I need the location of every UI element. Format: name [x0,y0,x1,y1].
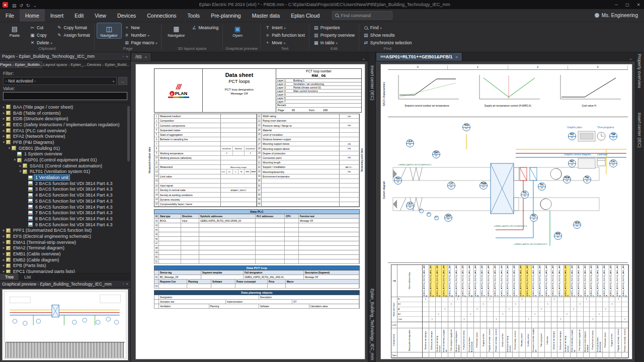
instrument-63[interactable]: 63 [434,216,439,220]
tree-item-epc1-summarized-parts-l[interactable]: ▸EPC1 (Summarized parts lists) [0,268,130,273]
tree-item-5-bacs-function-list-vdi[interactable]: 5 BACS function list VDI 3814 Part 4.3 [0,198,130,204]
tree-item-ppf1-summarized-bacs-fu[interactable]: ▸PPF1 (Summarized BACS function list) [0,227,130,233]
editor2-canvas[interactable]: 0123 BACS Characteristics Setpoint contr… [376,61,635,362]
undo-icon[interactable]: ↺ [20,3,24,8]
instrument-ppe[interactable]: PPE01 [554,232,562,240]
tree-item-2-bacs-function-list-vdi[interactable]: 2 BACS function list VDI 3814 Part 4.3 [0,180,130,187]
instrument-tfo[interactable]: TFO01 [462,123,470,131]
ribbon-tab-master-data[interactable]: Master data [247,9,285,22]
tree-item-geb01-building-01[interactable]: ▾GEB01 (Building 01) [0,145,130,151]
move-text-button[interactable]: +Move▾ [263,39,306,46]
window-title-vertical-tab[interactable]: Eplan_Building_Technology_IEC_mm [370,289,375,360]
copy-format-button[interactable]: ✎Copy format [55,24,92,31]
tree-item-asp01-control-equipment[interactable]: ▾ASP01 (Control equipment plant 01) [0,157,130,163]
ribbon-tab-connections[interactable]: Connections [141,9,182,22]
view-tab-list[interactable]: List [19,274,36,280]
maximize-button[interactable]: ▢ [622,0,633,9]
instrument-pic[interactable]: PIC01 [568,132,576,140]
tree-item-efa2-network-overview[interactable]: ▸EFA2 (Network Overview) [0,133,130,139]
editor1-doc-tab[interactable]: /65 × [131,52,151,61]
editor2-doc-tab[interactable]: ==ASP01=RLT01++GEB01&PFB/1 × [376,52,462,61]
user-account[interactable]: Ms. Engineering [595,9,644,22]
instrument-pic[interactable]: PIC01 [568,159,576,167]
instrument-lka[interactable]: LKA01 [406,202,414,210]
tree-item-bab-table-of-contents[interactable]: ▸BAB (Table of contents) [0,110,130,116]
path-function-text-button[interactable]: ≡Path function text [263,32,306,39]
measuring-button[interactable]: ∠Measuring [190,24,220,31]
preview-thumbnail[interactable] [2,289,128,360]
ribbon-tab-insert[interactable]: Insert [45,9,69,22]
graphical-preview-header[interactable]: Graphical preview - Eplan_Building_Techn… [0,280,130,288]
tree-item-6-bacs-function-list-vdi[interactable]: 6 BACS function list VDI 3814 Part 4.3 [0,204,130,210]
close-panel-icon[interactable]: × [126,54,128,59]
property-overview-button[interactable]: ▥Property overview [312,32,356,39]
minimize-button[interactable]: ─ [611,0,622,9]
ribbon-tab-file[interactable]: File [0,9,20,22]
instrument-62[interactable]: 62 [427,212,431,217]
page-navigator-button[interactable]: ◫Navigator [97,23,121,38]
assign-format-button[interactable]: ✎Assign format [55,32,92,39]
instrument-psw[interactable]: PSW01 [563,175,571,184]
open-preview-button[interactable]: ▣Open [225,23,250,38]
navigator-subtab-0[interactable]: Pages - Eplan_Buildin... [0,61,43,68]
editor1-canvas[interactable]: Measured medium data Measuring point dat… [131,61,368,362]
instrument-tau[interactable]: TAU01 [394,176,402,185]
close-tab-icon[interactable]: × [145,55,147,59]
instrument-tal[interactable]: TAL01 [538,183,546,191]
close-button[interactable]: ✕ [633,0,644,9]
tree-item-edb-structure-descripti[interactable]: ▸EDB (Structure description) [0,116,130,122]
view-tab-tree[interactable]: Tree [0,274,19,280]
pages-panel-tab[interactable]: Pages - Eplan_Building_Technology_IEC_mm… [0,52,130,61]
instrument-cal[interactable]: CAL01 [609,159,617,167]
tree-item-7-bacs-function-list-vdi[interactable]: 7 BACS function list VDI 3814 Part 4.3 [0,210,130,216]
instrument-tnl[interactable]: TNL01 [583,175,591,184]
tree-item-epb-parts-lists[interactable]: ▸EPB (Parts lists) [0,263,130,269]
delete-button[interactable]: ✕Delete▾ [28,39,54,46]
synchronize-selection-button[interactable]: ⇄Synchronize selection [362,39,414,46]
tree-scrollbar[interactable] [127,106,130,161]
tree-item-eec-safety-instructions[interactable]: ▸EEC (Safety instructions / Implementati… [0,122,130,128]
tree-item-efs-electrical-engineer[interactable]: ▸EFS (Electrical engineering schematic) [0,233,130,239]
tab-list-chevron-icon[interactable]: ⌄ [626,56,635,61]
copy-button[interactable]: ▣Copy [28,32,54,39]
datasheet-page[interactable]: Measured medium data Measuring point dat… [135,64,365,359]
find-command-box[interactable]: Find command [332,11,392,20]
tree-item-baa-title-page-cover[interactable]: ▸BAA (Title page / cover sheet) [0,104,130,110]
properties-button[interactable]: ▤Properties [312,24,356,31]
customize-icon[interactable]: ⌄ [33,3,37,8]
filter-select[interactable]: - Not activated - ▾ [3,77,117,85]
save-icon[interactable]: ▤ [12,3,17,8]
ribbon-tab-devices[interactable]: Devices [112,9,141,22]
layout-navigator-button[interactable]: ▦Navigator [164,23,188,38]
instrument-qn3[interactable]: QN301 [444,214,452,222]
tree-item-emb2-cable-diagram[interactable]: ▸EMB2 (Cable diagram) [0,257,130,263]
new-page-button[interactable]: +New [123,24,159,31]
instrument-lka[interactable]: LKA01 [406,139,414,147]
instrument-tim[interactable]: TIM01 [609,132,617,140]
close-tab-icon[interactable]: × [455,55,458,59]
ribbon-tab-pre-planning[interactable]: Pre-planning [205,9,247,22]
tree-item-4-bacs-function-list-vdi[interactable]: 4 BACS function list VDI 3814 Part 4.3 [0,192,130,198]
tree-item-efa1-plc-card-overview[interactable]: ▸EFA1 (PLC card overview) [0,128,130,134]
ribbon-tab-home[interactable]: Home [20,9,45,22]
navigator-subtab-2[interactable]: Devices - Eplan_Build... [87,61,130,68]
page-macro-button[interactable]: ⊞Page macro▾ [123,39,159,46]
number-button[interactable]: #Number▾ [123,32,159,39]
tree-item-ema2-terminal-diagram[interactable]: ▸EMA2 (Terminal diagram) [0,245,130,251]
redo-icon[interactable]: ↻ [26,3,30,8]
ribbon-tab-edit[interactable]: Edit [69,9,89,22]
tree-item-emb1-cable-overview[interactable]: ▸EMB1 (Cable overview) [0,251,130,257]
instrument-lf1[interactable]: LF101 [447,182,455,190]
property-overview-vertical-tab[interactable]: Property overview [637,54,642,88]
insert-text-button[interactable]: TInsert▾ [263,24,306,31]
instrument-61[interactable]: 61 [419,209,424,213]
tree-item-1-system-overview[interactable]: 1 System overview [0,151,130,157]
value-input[interactable] [3,92,127,100]
tree-item-3-bacs-function-list-vdi[interactable]: 3 BACS function list VDI 3814 Part 4.3 [0,187,130,193]
instrument-tvl[interactable]: TVL01 [521,191,529,199]
paste-button[interactable]: ▤Paste [3,23,27,38]
ribbon-tab-eplan-cloud[interactable]: Eplan Cloud [285,9,325,22]
instrument-tnw[interactable]: TNW01 [479,182,488,190]
show-results-button[interactable]: ▤Show results [362,32,414,39]
tree-item-pfb-p-i-diagrams[interactable]: ▾PFB (P&I Diagrams) [0,139,130,145]
